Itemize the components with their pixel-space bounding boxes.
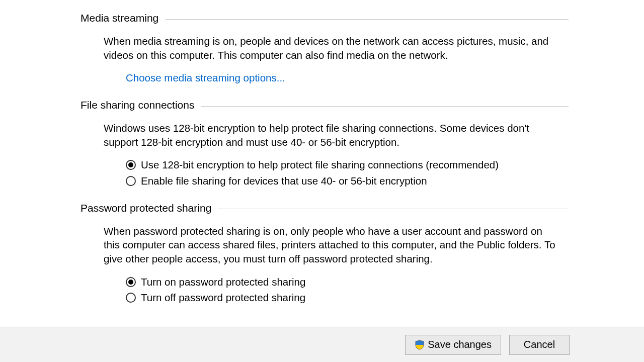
radio-encryption-40-56[interactable]: Enable file sharing for devices that use… bbox=[126, 174, 569, 188]
section-description: When password protected sharing is on, o… bbox=[104, 224, 556, 266]
radio-label: Turn on password protected sharing bbox=[141, 275, 305, 289]
section-description: When media streaming is on, people and d… bbox=[104, 34, 556, 62]
section-title: Password protected sharing bbox=[80, 202, 218, 214]
radio-password-off[interactable]: Turn off password protected sharing bbox=[126, 291, 569, 305]
radio-label: Turn off password protected sharing bbox=[141, 291, 305, 305]
radio-icon bbox=[126, 293, 136, 303]
radio-icon bbox=[126, 160, 136, 170]
divider bbox=[201, 106, 569, 107]
divider bbox=[218, 209, 569, 209]
button-label: Save changes bbox=[428, 339, 492, 350]
cancel-button[interactable]: Cancel bbox=[509, 335, 570, 355]
section-file-sharing: File sharing connections Windows uses 12… bbox=[80, 99, 569, 188]
radio-label: Use 128-bit encryption to help protect f… bbox=[141, 158, 499, 172]
button-label: Cancel bbox=[524, 339, 555, 350]
section-description: Windows uses 128-bit encryption to help … bbox=[104, 121, 556, 149]
radio-label: Enable file sharing for devices that use… bbox=[141, 174, 427, 188]
radio-icon bbox=[126, 277, 136, 287]
section-title: Media streaming bbox=[80, 12, 166, 24]
section-media-streaming: Media streaming When media streaming is … bbox=[80, 12, 569, 85]
section-title: File sharing connections bbox=[80, 99, 201, 111]
uac-shield-icon bbox=[415, 340, 425, 350]
radio-icon bbox=[126, 176, 136, 186]
save-changes-button[interactable]: Save changes bbox=[405, 335, 501, 355]
radio-password-on[interactable]: Turn on password protected sharing bbox=[126, 275, 569, 289]
dialog-footer: Save changes Cancel bbox=[0, 327, 644, 362]
media-streaming-options-link[interactable]: Choose media streaming options... bbox=[126, 71, 285, 85]
divider bbox=[166, 19, 569, 20]
section-password-sharing: Password protected sharing When password… bbox=[80, 202, 569, 305]
radio-encryption-128[interactable]: Use 128-bit encryption to help protect f… bbox=[126, 158, 569, 172]
